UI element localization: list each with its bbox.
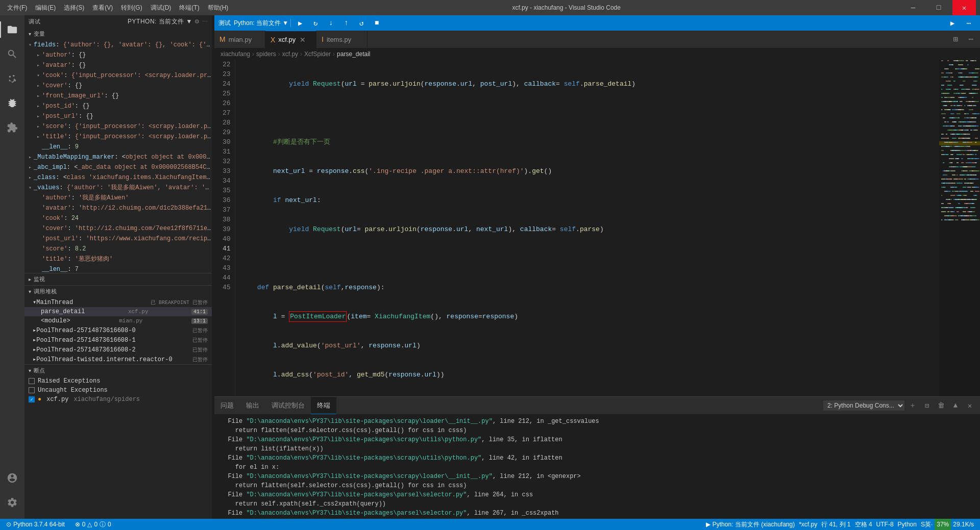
breadcrumb-xcf-py[interactable]: xcf.py	[282, 51, 298, 58]
var-len-fields[interactable]: ▸ __len__: 9	[24, 142, 212, 152]
panel-tab-problems[interactable]: 问题	[214, 397, 240, 414]
frame-parse-detail[interactable]: parse_detail xcf.py 41:1	[24, 307, 212, 316]
var-cook[interactable]: ▾ 'cook': {'input_processor': <scrapy.lo…	[24, 70, 212, 81]
status-language[interactable]: Python	[896, 519, 919, 530]
status-spaces[interactable]: 空格 4	[853, 519, 874, 530]
activity-extensions[interactable]	[0, 115, 24, 140]
terminal-content[interactable]: File "D:\anaconda\envs\PY37\lib\site-pac…	[214, 415, 980, 519]
var-title-field[interactable]: ▸ 'title': {'input_processor': <scrapy.l…	[24, 132, 212, 142]
activity-explorer[interactable]	[0, 17, 24, 42]
variables-panel[interactable]: ▾ fields: {'author': {}, 'avatar': {}, '…	[24, 40, 212, 273]
tab-mian-py[interactable]: M mian.py	[214, 31, 265, 48]
debug-continue-btn[interactable]: ▶	[293, 16, 307, 30]
panel-add-btn[interactable]: ＋	[906, 399, 919, 412]
debug-stepover-btn[interactable]: ↻	[308, 16, 323, 30]
activity-debug[interactable]	[0, 91, 24, 115]
breadcrumb-spiders[interactable]: spiders	[256, 51, 276, 58]
status-percentage[interactable]: 37%	[935, 519, 951, 530]
bp-xcf-py[interactable]: ● xcf.py xiachufang/spiders	[24, 395, 212, 404]
var-post-url[interactable]: ▸ 'post_url': {}	[24, 111, 212, 121]
variables-header[interactable]: ▾ 变量	[24, 28, 212, 40]
status-run-debug[interactable]: ▶ Python: 当前文件 (xiachufang)	[704, 519, 797, 530]
thread-twisted[interactable]: ▸ PoolThread-twisted.internet.reactor-0 …	[24, 355, 212, 364]
menu-help[interactable]: 帮助(H)	[205, 3, 232, 13]
activity-user[interactable]	[0, 466, 24, 490]
var-score-field[interactable]: ▸ 'score': {'input_processor': <scrapy.l…	[24, 121, 212, 132]
debug-config-label[interactable]: Python: 当前文件 ▼	[128, 17, 192, 26]
terminal-select[interactable]: 2: Python Debug Cons...	[823, 400, 904, 411]
menu-goto[interactable]: 转到(G)	[118, 3, 145, 13]
tab-xcf-close[interactable]: ✕	[299, 36, 307, 44]
close-button[interactable]: ✕	[952, 0, 976, 15]
menu-file[interactable]: 文件(F)	[4, 3, 30, 13]
status-errors[interactable]: ⊗ 0 △ 0 ⓘ 0	[73, 519, 113, 530]
var-abc-impl[interactable]: ▸ _abc_impl: <_abc_data object at 0x0000…	[24, 162, 212, 172]
var-avatar[interactable]: ▸ 'avatar': {}	[24, 60, 212, 70]
status-encoding[interactable]: UTF-8	[874, 519, 896, 530]
bp-uncaught-exceptions[interactable]: Uncaught Exceptions	[24, 386, 212, 395]
minimize-button[interactable]: —	[901, 0, 925, 15]
breadcrumb-parse-detail[interactable]: parse_detail	[337, 51, 370, 58]
breadcrumb-xcfspider[interactable]: XcfSpider	[304, 51, 331, 58]
menu-select[interactable]: 选择(S)	[61, 3, 87, 13]
panel-tab-debug-console[interactable]: 调试控制台	[265, 397, 311, 414]
debug-stop-btn[interactable]: ■	[370, 16, 384, 30]
var-mutable[interactable]: ▸ _MutableMapping_marker: <object object…	[24, 152, 212, 162]
var-post-id[interactable]: ▸ 'post_id': {}	[24, 101, 212, 111]
panel-tab-terminal[interactable]: 终端	[311, 397, 336, 414]
status-position[interactable]: 行 41, 列 1	[819, 519, 852, 530]
var-val-score[interactable]: ▸ 'score': 8.2	[24, 244, 212, 254]
thread-pool-0[interactable]: ▸ PoolThread-25714873616608-0 已暂停	[24, 325, 212, 335]
status-debug-icon[interactable]: ⊙ Python 3.7.4 64-bit	[4, 519, 67, 530]
var-front-image-url[interactable]: ▸ 'front_image_url': {}	[24, 91, 212, 101]
activity-search[interactable]	[0, 42, 24, 66]
menu-terminal[interactable]: 终端(T)	[176, 3, 202, 13]
bp-xcf-checkbox[interactable]	[29, 396, 35, 402]
code-editor[interactable]: 22 23 24 25 26 27 28 29 30 31 32 33 34 3…	[214, 60, 939, 396]
panel-tab-output[interactable]: 输出	[240, 397, 265, 414]
tab-items-py[interactable]: I items.py	[316, 31, 368, 48]
debug-config-display[interactable]: Python: 当前文件 ▼	[234, 19, 288, 28]
bp-raised-exceptions[interactable]: Raised Exceptions	[24, 376, 212, 386]
callstack-header[interactable]: ▾ 调用堆栈	[24, 286, 212, 297]
menu-edit[interactable]: 编辑(E)	[32, 3, 59, 13]
tab-more-btn[interactable]: ⋯	[964, 32, 978, 46]
var-val-avatar[interactable]: ▸ 'avatar': 'http://i2.chuimg.com/d1c2b3…	[24, 203, 212, 213]
panel-split-btn[interactable]: ⊟	[921, 399, 933, 412]
var-val-post-url[interactable]: ▸ 'post_url': 'https://www.xiachufang.co…	[24, 234, 212, 244]
thread-pool-1[interactable]: ▸ PoolThread-25714873616608-1 已暂停	[24, 335, 212, 345]
var-cover[interactable]: ▸ 'cover': {}	[24, 81, 212, 91]
panel-maximize-btn[interactable]: ▲	[949, 399, 962, 412]
debug-run-btn[interactable]: ▶	[945, 16, 960, 30]
debug-more-icon[interactable]: ⋯	[202, 18, 208, 25]
var-val-title[interactable]: ▸ 'title': '葱恶炒猪肉'	[24, 254, 212, 264]
maximize-button[interactable]: □	[927, 0, 950, 15]
var-class[interactable]: ▸ _class: <class 'xiachufang.items.Xiach…	[24, 172, 212, 183]
activity-settings[interactable]	[0, 490, 24, 515]
debug-restart-btn[interactable]: ↺	[354, 16, 369, 30]
thread-main[interactable]: ▾ MainThread 已 BREAKPOINT 已暂停	[24, 297, 212, 307]
menu-view[interactable]: 查看(V)	[89, 3, 116, 13]
tab-xcf-py[interactable]: X xcf.py ✕	[265, 31, 316, 48]
debug-stepinto-btn[interactable]: ↓	[324, 16, 338, 30]
tab-split-btn[interactable]: ⊞	[948, 32, 963, 46]
status-file-name[interactable]: *xcf.py	[797, 519, 819, 530]
var-fields[interactable]: ▾ fields: {'author': {}, 'avatar': {}, '…	[24, 40, 212, 50]
debug-more-btn[interactable]: ⋯	[962, 16, 976, 30]
var-val-cook[interactable]: ▸ 'cook': 24	[24, 213, 212, 223]
bp-uncaught-checkbox[interactable]	[29, 387, 35, 393]
activity-scm[interactable]	[0, 66, 24, 91]
watch-header[interactable]: ▸ 监视	[24, 273, 212, 285]
var-values[interactable]: ▾ _values: {'author': '我是多能Aiwen', 'avat…	[24, 183, 212, 193]
status-extra-icons[interactable]: S英·	[919, 519, 935, 530]
thread-pool-2[interactable]: ▸ PoolThread-25714873616608-2 已暂停	[24, 345, 212, 355]
panel-trash-btn[interactable]: 🗑	[935, 399, 947, 412]
breakpoints-header[interactable]: ▾ 断点	[24, 365, 212, 376]
frame-module[interactable]: <module> mian.py 13:1	[24, 316, 212, 325]
panel-close-btn[interactable]: ✕	[964, 399, 976, 412]
debug-section-header[interactable]: 调试 Python: 当前文件 ▼ ⚙ ⋯	[24, 15, 212, 28]
debug-stepout-btn[interactable]: ↑	[339, 16, 353, 30]
menu-debug[interactable]: 调试(D)	[148, 3, 175, 13]
debug-settings-icon[interactable]: ⚙	[194, 18, 200, 25]
var-len-vals[interactable]: ▸ __len__: 7	[24, 264, 212, 273]
